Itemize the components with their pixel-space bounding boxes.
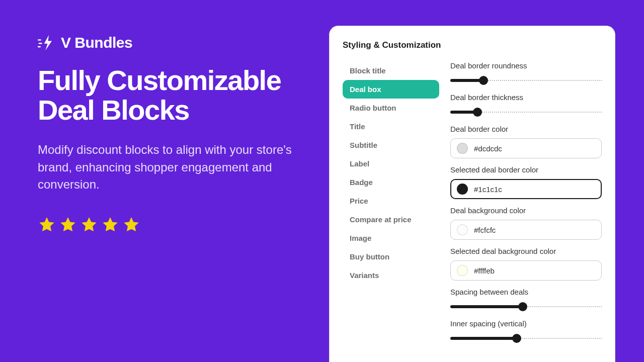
slider[interactable] xyxy=(450,107,602,118)
sidebar-item-label: Variants xyxy=(350,271,379,280)
color-input[interactable] xyxy=(450,179,602,199)
sidebar-item[interactable]: Buy button xyxy=(343,247,439,266)
setting-row: Spacing between deals xyxy=(450,288,602,312)
color-hex-field[interactable] xyxy=(474,144,595,153)
setting-row: Deal border roundness xyxy=(450,61,602,86)
star-icon xyxy=(38,216,56,234)
setting-row: Inner spacing (vertical) xyxy=(450,319,602,344)
sidebar-item-label: Subtitle xyxy=(350,141,377,149)
star-rating xyxy=(38,216,304,234)
color-hex-field[interactable] xyxy=(474,185,595,194)
slider[interactable] xyxy=(450,75,602,86)
sidebar-item-label: Compare at price xyxy=(350,215,412,224)
sidebar-item-label: Badge xyxy=(350,178,373,187)
setting-label: Spacing between deals xyxy=(450,288,602,296)
slider-thumb[interactable] xyxy=(479,76,488,85)
settings-panel: Styling & Customization Block titleDeal … xyxy=(329,26,615,362)
sidebar-item[interactable]: Price xyxy=(343,192,439,210)
slider[interactable] xyxy=(450,333,602,344)
sidebar-item[interactable]: Variants xyxy=(343,266,439,285)
svg-rect-0 xyxy=(38,39,41,41)
settings-list: Deal border roundnessDeal border thickne… xyxy=(450,61,602,349)
sidebar-item-label: Price xyxy=(350,197,368,205)
star-icon xyxy=(122,216,140,234)
color-hex-field[interactable] xyxy=(474,266,595,275)
slider[interactable] xyxy=(450,301,602,312)
sidebar-item-label: Block title xyxy=(350,66,386,75)
sidebar-item-label: Buy button xyxy=(350,252,389,261)
sidebar-item[interactable]: Title xyxy=(343,117,439,136)
slider-fill xyxy=(450,337,517,340)
color-input[interactable] xyxy=(450,260,602,281)
sidebar-item[interactable]: Subtitle xyxy=(343,136,439,154)
setting-label: Selected deal background color xyxy=(450,247,602,255)
sidebar-item-label: Radio button xyxy=(350,104,396,112)
svg-rect-1 xyxy=(39,43,42,44)
bolt-icon xyxy=(38,34,55,51)
sidebar-item[interactable]: Label xyxy=(343,154,439,173)
setting-row: Deal border color xyxy=(450,125,602,158)
sidebar-item[interactable]: Image xyxy=(343,229,439,247)
sidebar-item-label: Image xyxy=(350,234,371,242)
sidebar-item[interactable]: Deal box xyxy=(343,80,439,99)
setting-row: Deal background color xyxy=(450,206,602,240)
sidebar-item[interactable]: Badge xyxy=(343,173,439,192)
star-icon xyxy=(101,216,119,234)
setting-label: Deal background color xyxy=(450,206,602,215)
panel-title: Styling & Customization xyxy=(343,40,602,50)
subhead: Modify discount blocks to align with you… xyxy=(38,141,304,194)
svg-rect-2 xyxy=(38,46,41,48)
brand-name: V Bundles xyxy=(61,34,132,51)
color-hex-field[interactable] xyxy=(474,226,595,234)
setting-row: Selected deal background color xyxy=(450,247,602,281)
color-input[interactable] xyxy=(450,220,602,240)
star-icon xyxy=(59,216,77,234)
color-swatch[interactable] xyxy=(457,265,468,276)
sidebar-item-label: Label xyxy=(350,159,369,168)
color-input[interactable] xyxy=(450,138,602,158)
setting-label: Deal border thickness xyxy=(450,93,602,102)
sidebar-item[interactable]: Compare at price xyxy=(343,210,439,229)
sidebar-item-label: Deal box xyxy=(350,85,381,94)
setting-row: Selected deal border color xyxy=(450,165,602,199)
star-icon xyxy=(80,216,98,234)
settings-sidebar: Block titleDeal boxRadio buttonTitleSubt… xyxy=(343,61,439,349)
headline: Fully Customizable Deal Blocks xyxy=(38,65,304,125)
setting-label: Deal border roundness xyxy=(450,61,602,70)
color-swatch[interactable] xyxy=(457,184,468,195)
sidebar-item[interactable]: Radio button xyxy=(343,99,439,117)
setting-row: Deal border thickness xyxy=(450,93,602,118)
setting-label: Inner spacing (vertical) xyxy=(450,319,602,328)
slider-thumb[interactable] xyxy=(512,334,521,343)
slider-thumb[interactable] xyxy=(473,108,482,117)
brand: V Bundles xyxy=(38,34,304,51)
sidebar-item[interactable]: Block title xyxy=(343,61,439,80)
color-swatch[interactable] xyxy=(457,143,468,154)
sidebar-item-label: Title xyxy=(350,122,365,131)
setting-label: Selected deal border color xyxy=(450,165,602,174)
slider-thumb[interactable] xyxy=(518,302,527,311)
setting-label: Deal border color xyxy=(450,125,602,133)
color-swatch[interactable] xyxy=(457,224,468,235)
slider-fill xyxy=(450,305,523,308)
